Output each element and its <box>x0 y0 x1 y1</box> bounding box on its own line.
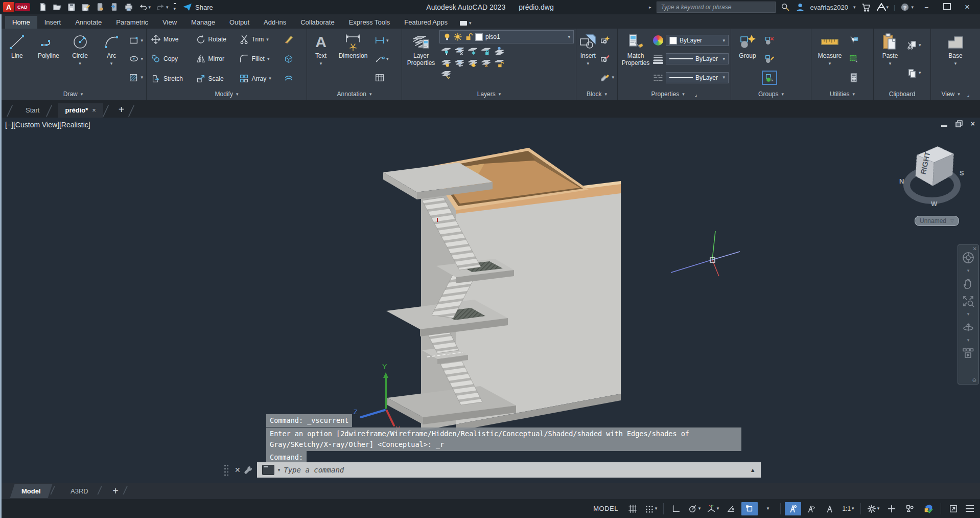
lineweight-dropdown[interactable]: ByLayer▾ <box>666 53 729 64</box>
layer-match-button[interactable] <box>441 58 451 69</box>
customization-menu-button[interactable] <box>964 505 976 512</box>
layer-on-bulb-icon[interactable] <box>443 33 451 41</box>
select-all-button[interactable] <box>848 53 860 64</box>
ellipse-button[interactable]: ▾ <box>128 53 144 64</box>
fillet-button[interactable]: Fillet▾ <box>239 54 280 64</box>
group-edit-button[interactable] <box>763 53 776 64</box>
new-layout-button[interactable]: + <box>108 485 123 497</box>
paste-button[interactable]: Paste▾ <box>876 30 904 88</box>
polyline-button[interactable]: Polyline <box>34 30 64 88</box>
panel-label-block[interactable]: Block▾ <box>576 88 617 100</box>
user-avatar-icon[interactable] <box>795 2 805 12</box>
open-from-web-mobile-button[interactable] <box>96 3 105 12</box>
tab-featured-apps[interactable]: Featured Apps <box>397 16 455 29</box>
object-snap-dropdown[interactable]: ▾ <box>760 502 776 515</box>
erase-button[interactable] <box>284 34 302 44</box>
leader-flyout-icon[interactable]: ▾ <box>386 57 389 61</box>
application-menu-button[interactable]: A CAD <box>3 2 30 12</box>
graphics-performance-button[interactable] <box>920 502 937 515</box>
move-button[interactable]: Move <box>151 34 192 44</box>
share-button[interactable]: Share <box>183 3 213 12</box>
viewcube[interactable]: N W S RIGHT <box>900 141 967 217</box>
measure-button[interactable]: Measure▾ <box>813 30 846 88</box>
cut-button[interactable]: ▾ <box>906 39 922 51</box>
polar-tracking-button[interactable]: ▾ <box>686 502 703 515</box>
layer-dropdown-icon[interactable]: ▾ <box>568 35 570 39</box>
search-icon[interactable] <box>781 3 790 12</box>
isometric-drafting-button[interactable]: ▾ <box>705 502 721 515</box>
redo-button[interactable]: ▾ <box>156 3 169 12</box>
recent-commands-icon[interactable]: ▾ <box>278 468 281 472</box>
file-tab-predio[interactable]: prédio*× <box>58 103 103 118</box>
tab-annotate[interactable]: Annotate <box>68 16 109 29</box>
compass-west[interactable]: W <box>931 200 937 208</box>
layer-walk-button[interactable] <box>441 70 451 80</box>
group-button[interactable]: Group <box>733 30 762 88</box>
object-color-dropdown[interactable]: ByLayer▾ <box>666 35 729 46</box>
layer-previous-button[interactable] <box>454 58 464 69</box>
navbar-collapse-icon[interactable]: ⊖ <box>972 377 976 383</box>
user-dropdown-icon[interactable]: ▾ <box>853 5 856 10</box>
quick-select-button[interactable] <box>848 35 860 46</box>
layer-freeze-button[interactable] <box>468 46 478 56</box>
tab-home[interactable]: Home <box>5 16 37 29</box>
insert-flyout-icon[interactable]: ▾ <box>587 61 589 66</box>
command-palette-grip[interactable] <box>223 463 228 477</box>
save-button[interactable] <box>67 3 76 12</box>
panel-label-layers[interactable]: Layers▾ <box>402 88 576 100</box>
search-input[interactable] <box>657 2 776 13</box>
attributes-flyout-icon[interactable]: ▾ <box>612 75 614 80</box>
trim-button[interactable]: Trim▾ <box>239 34 280 44</box>
match-properties-button[interactable]: Match Properties <box>620 30 651 88</box>
trim-flyout-icon[interactable]: ▾ <box>266 37 269 42</box>
rotate-button[interactable]: Rotate <box>196 34 235 44</box>
layout-tab-a3rd[interactable]: A3RD <box>59 484 99 498</box>
drawing-canvas[interactable]: [−][Custom View][Realistic] × <box>0 118 980 483</box>
panel-label-draw[interactable]: Draw▾ <box>0 88 146 100</box>
copy-button[interactable]: Copy <box>151 54 192 64</box>
new-drawing-tab-button[interactable]: + <box>114 104 129 118</box>
copy-clip-button[interactable]: ▾ <box>906 67 922 79</box>
open-file-button[interactable] <box>53 3 62 12</box>
create-block-button[interactable] <box>599 35 615 46</box>
panel-label-utilities[interactable]: Utilities▾ <box>811 88 873 100</box>
text-flyout-icon[interactable]: ▾ <box>320 61 322 66</box>
object-snap-button[interactable] <box>741 502 758 515</box>
offset-button[interactable] <box>284 74 302 84</box>
close-navbar-icon[interactable]: ✕ <box>973 246 977 252</box>
hatch-flyout-icon[interactable]: ▾ <box>141 75 143 80</box>
object-snap-tracking-button[interactable] <box>723 502 739 515</box>
tab-express-tools[interactable]: Express Tools <box>342 16 398 29</box>
scale-button[interactable]: Scale <box>196 74 235 84</box>
undo-dropdown-icon[interactable]: ▾ <box>149 5 151 10</box>
fillet-flyout-icon[interactable]: ▾ <box>267 57 270 61</box>
layer-off-button[interactable] <box>441 46 451 56</box>
grid-display-button[interactable] <box>624 502 641 515</box>
isolate-objects-button[interactable] <box>902 502 918 515</box>
annotation-visibility-button[interactable] <box>785 502 801 515</box>
ribbon-minimize-button[interactable]: ▾ <box>460 21 472 29</box>
explode-button[interactable] <box>284 54 302 64</box>
rectangle-flyout-icon[interactable]: ▾ <box>141 38 143 43</box>
autodesk-app-button[interactable]: ▾ <box>876 2 889 12</box>
snap-mode-button[interactable]: ▾ <box>643 502 659 515</box>
view-dialog-launcher[interactable]: ⌟ <box>967 92 970 97</box>
viewport-controls[interactable]: [−][Custom View][Realistic] <box>5 121 90 129</box>
turn-all-layers-on-button[interactable] <box>468 58 478 69</box>
make-current-layer-button[interactable] <box>494 46 504 56</box>
tab-add-ins[interactable]: Add-ins <box>256 16 293 29</box>
annotation-autoscale-button[interactable] <box>803 502 820 515</box>
base-view-button[interactable]: Base▾ <box>940 30 971 88</box>
help-button[interactable]: ? ▾ <box>900 3 914 12</box>
layer-dropdown[interactable]: piso1 ▾ <box>439 30 574 43</box>
customization-plus-button[interactable] <box>883 502 900 515</box>
plot-button[interactable] <box>124 3 133 12</box>
named-view-badge[interactable]: Unnamed▽ <box>915 216 959 226</box>
linetype-dropdown[interactable]: ByLayer▾ <box>666 72 729 83</box>
save-as-button[interactable] <box>81 3 90 12</box>
compass-north[interactable]: N <box>899 177 904 185</box>
edit-attributes-button[interactable]: ▾ <box>599 72 615 83</box>
username[interactable]: evafrias2020 <box>810 4 848 11</box>
panel-label-groups[interactable]: Groups▾ <box>731 88 811 100</box>
panel-label-view[interactable]: View▾⌟ <box>931 88 980 100</box>
